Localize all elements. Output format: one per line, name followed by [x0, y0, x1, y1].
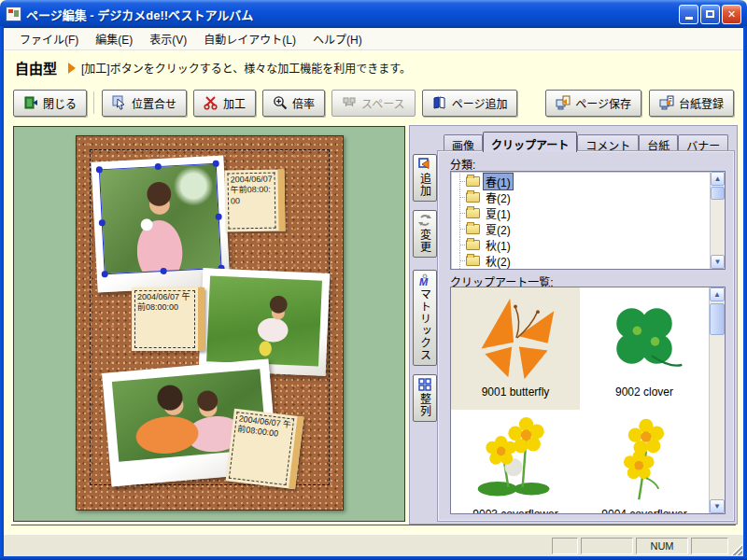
space-icon: [342, 95, 357, 110]
clipart-name: 9004 coverflower: [601, 508, 686, 514]
add-icon: [418, 158, 431, 171]
maximize-button[interactable]: [700, 5, 720, 24]
info-message: [加工]ボタンをクリックすると、様々な加工機能を利用できます。: [81, 60, 411, 76]
status-num-cell: NUM: [636, 538, 688, 554]
resize-grip[interactable]: [730, 543, 742, 555]
coverflower-image: [599, 415, 689, 505]
folder-icon: [466, 192, 480, 203]
toolbar-right-group: ページ保存 台紙登録: [545, 90, 734, 117]
menu-help[interactable]: ヘルプ(H): [304, 28, 371, 49]
clover-image: [599, 293, 689, 383]
tree-item-summer2[interactable]: 夏(2): [453, 221, 708, 237]
status-bar: NUM: [4, 534, 743, 556]
selection-outline: [99, 163, 222, 274]
tab-comment[interactable]: コメント: [577, 134, 639, 152]
title-bar[interactable]: ページ編集 - デジカメde!!ベストアルバム ✕: [0, 0, 747, 28]
add-clipart-button[interactable]: 追加: [413, 154, 437, 202]
tab-banner[interactable]: バナー: [678, 134, 728, 152]
page-canvas[interactable]: 2004/06/07 午前08:00:00 2004/06/07 午前08:00…: [13, 126, 405, 522]
scrollbar-thumb[interactable]: [711, 187, 725, 200]
clipart-scrollbar[interactable]: ▲ ▼: [709, 287, 725, 513]
clipart-item-coverflower2[interactable]: 9004 coverflower: [580, 410, 709, 514]
scrollbar-thumb[interactable]: [710, 303, 725, 335]
tab-image[interactable]: 画像: [444, 134, 483, 152]
register-mount-icon: [659, 95, 674, 110]
scroll-up-icon[interactable]: ▲: [711, 172, 725, 186]
matrix-button[interactable]: M マトリックス: [413, 270, 437, 366]
category-label: 分類:: [450, 156, 475, 172]
tree-rows: 春(1) 春(2) 夏(1) 夏(2) 秋(1) 秋(2): [453, 174, 708, 269]
align-position-button[interactable]: 位置合せ: [102, 90, 187, 117]
add-page-button[interactable]: ページ追加: [422, 90, 518, 117]
resize-handle[interactable]: [155, 163, 162, 170]
date-note[interactable]: 2004/06/07 午前08:00:00: [132, 287, 204, 351]
toolbar: 閉じる 位置合せ 加工 倍率 スペース ページ追加 ページ保存: [4, 84, 743, 121]
menu-edit[interactable]: 編集(E): [87, 28, 141, 49]
clipart-grid: 9001 butterfly 9002 clover: [451, 287, 709, 513]
resize-handle[interactable]: [99, 219, 106, 226]
folder-icon: [466, 224, 480, 234]
tree-item-summer1[interactable]: 夏(1): [453, 205, 708, 221]
save-page-button[interactable]: ページ保存: [545, 90, 641, 117]
matrix-icon: M: [418, 273, 431, 287]
folder-icon: [466, 176, 480, 187]
process-button[interactable]: 加工: [193, 90, 256, 117]
page-mode-label: 自由型: [15, 58, 57, 77]
clipart-item-clover[interactable]: 9002 clover: [580, 287, 709, 410]
toolbar-separator: [93, 91, 95, 114]
category-tree[interactable]: 春(1) 春(2) 夏(1) 夏(2) 秋(1) 秋(2) ▲ ▼: [450, 171, 726, 270]
tree-item-spring1[interactable]: 春(1): [453, 174, 708, 189]
clipart-name: 9001 butterfly: [482, 385, 550, 399]
close-button[interactable]: ✕: [722, 5, 741, 24]
resize-handle[interactable]: [213, 161, 219, 167]
pointer-triangle-icon: [68, 63, 76, 74]
clipart-item-butterfly[interactable]: 9001 butterfly: [451, 287, 580, 410]
resize-handle[interactable]: [160, 268, 166, 274]
butterfly-image: [471, 293, 560, 383]
clipart-name: 9002 clover: [615, 385, 673, 399]
window-title: ページ編集 - デジカメde!!ベストアルバム: [26, 6, 677, 23]
tree-item-autumn1[interactable]: 秋(1): [453, 237, 708, 253]
status-cell: [552, 538, 578, 554]
change-clipart-button[interactable]: 変更: [413, 210, 437, 258]
tree-item-autumn2[interactable]: 秋(2): [453, 253, 708, 269]
register-mount-button[interactable]: 台紙登録: [649, 90, 734, 117]
cork-board-page[interactable]: 2004/06/07 午前08:00:00 2004/06/07 午前08:00…: [76, 135, 344, 511]
menu-bar: ファイル(F) 編集(E) 表示(V) 自動レイアウト(L) ヘルプ(H): [4, 28, 743, 50]
save-page-icon: [556, 95, 571, 110]
tab-clipart[interactable]: クリップアート: [483, 132, 577, 152]
clipart-list[interactable]: 9001 butterfly 9002 clover: [450, 287, 726, 514]
minimize-icon: [685, 17, 693, 20]
scroll-up-icon[interactable]: ▲: [710, 287, 725, 301]
tab-mount[interactable]: 台紙: [639, 134, 678, 152]
svg-text:M: M: [419, 276, 429, 287]
scroll-down-icon[interactable]: ▼: [710, 499, 725, 513]
zoom-ratio-button[interactable]: 倍率: [262, 90, 325, 117]
menu-file[interactable]: ファイル(F): [11, 28, 87, 49]
side-button-column: 追加 変更 M マトリックス 整列: [413, 154, 437, 430]
note-text: 2004/06/07 午前08:00:00: [237, 413, 292, 438]
note-text: 2004/06/07 午前08:00:00: [137, 292, 190, 312]
date-note[interactable]: 2004/06/07 午前08:00:00: [226, 409, 304, 490]
menu-autolayout[interactable]: 自動レイアウト(L): [195, 28, 304, 49]
tree-scrollbar[interactable]: ▲ ▼: [710, 172, 725, 269]
scroll-track: [711, 201, 725, 255]
resize-handle[interactable]: [215, 213, 221, 219]
tree-item-spring2[interactable]: 春(2): [453, 189, 708, 205]
resize-handle[interactable]: [96, 166, 103, 173]
coverflower-image: [471, 415, 560, 505]
folder-icon: [466, 240, 480, 250]
arrange-button[interactable]: 整列: [413, 374, 437, 422]
clipart-item-coverflower1[interactable]: 9003 coverflower: [451, 410, 580, 514]
menu-view[interactable]: 表示(V): [141, 28, 195, 49]
folder-icon: [466, 208, 480, 218]
scroll-track: [710, 337, 725, 499]
resize-handle[interactable]: [102, 271, 108, 277]
window-border-bottom: [0, 556, 747, 560]
maximize-icon: [706, 10, 714, 18]
minimize-button[interactable]: [679, 5, 698, 24]
close-page-button[interactable]: 閉じる: [13, 90, 87, 117]
scroll-down-icon[interactable]: ▼: [711, 255, 725, 269]
magnifier-plus-icon: [273, 95, 288, 110]
date-note[interactable]: 2004/06/07 午前08:00:00: [224, 169, 285, 231]
